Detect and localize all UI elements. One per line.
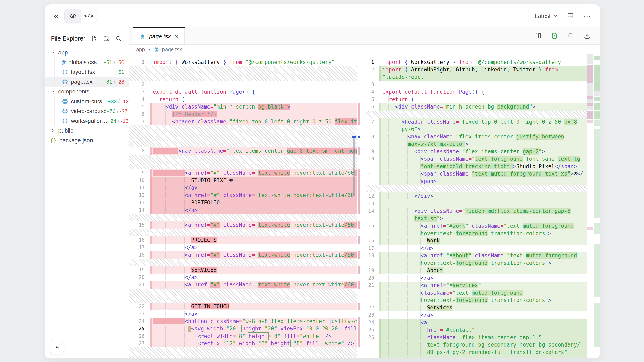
ruler-mark <box>358 281 360 289</box>
code-text: export default function Page() { <box>150 88 358 96</box>
code-line: 19 SERVICES <box>129 266 358 274</box>
code-line: 5 <div className="min-h-screen bg-black"… <box>129 103 358 111</box>
sidebar-item-globals.css[interactable]: #globals.css+51 / -50 <box>45 57 129 67</box>
file-label: package.json <box>59 137 93 144</box>
collapsed-unchanged-region[interactable] <box>129 289 358 303</box>
line-number <box>366 163 379 170</box>
sidebar-item-custom-curs-[interactable]: custom-curs…+33 / -12 <box>45 96 129 106</box>
code-line: 15 <a href="#" className="text-white hov… <box>129 221 358 229</box>
collapsed-unchanged-region[interactable] <box>366 185 587 192</box>
collapsed-unchanged-region[interactable] <box>129 259 358 266</box>
download-icon[interactable] <box>584 32 590 39</box>
code-line: 20 </a> <box>366 274 587 282</box>
line-number: 19 <box>366 267 379 274</box>
line-number: 20 <box>129 274 150 281</box>
code-line: max-w-7xl mx-auto"> <box>366 140 587 148</box>
diff-counts: +81 / -28 <box>103 79 129 85</box>
code-text: <div className="hidden md:flex items-cen… <box>379 207 587 215</box>
code-text: className="text-muted-foreground <box>379 289 587 297</box>
left-pane-scrollbar[interactable] <box>352 136 356 196</box>
code-line: font-semibold tracking-tight">Studio Pix… <box>366 163 587 170</box>
line-number: 16 <box>366 237 379 245</box>
ruler-mark <box>358 236 360 244</box>
code-text: <nav className="flex items-center justif… <box>379 133 587 140</box>
minimap-mark <box>587 103 594 106</box>
version-dropdown[interactable]: Latest <box>534 13 558 19</box>
sidebar-item-package.json[interactable]: {}package.json <box>45 136 129 145</box>
line-number: 22 <box>366 304 379 312</box>
preview-code-toggle: </> <box>64 9 97 23</box>
tab-page-tsx[interactable]: page.tsx × <box>133 27 185 44</box>
line-number: 27 <box>129 340 150 347</box>
preview-toggle-button[interactable] <box>65 9 81 22</box>
sidebar-item-components[interactable]: components <box>45 87 129 96</box>
ruler-mark <box>358 251 360 259</box>
sidebar-item-works-galler-[interactable]: works-galler…+24 / -13 <box>45 116 129 126</box>
sidebar-item-page.tsx[interactable]: page.tsx+81 / -28 <box>45 77 129 87</box>
sidebar-item-public[interactable]: public <box>45 126 129 136</box>
collapse-panel-button[interactable]: « <box>54 11 59 20</box>
collapsed-unchanged-region[interactable] <box>366 111 587 118</box>
code-line: 13 <box>366 200 587 207</box>
panel-bottom-icon[interactable] <box>567 12 574 19</box>
code-line: 7 <header className="fixed top-0 left-0 … <box>366 118 587 126</box>
line-number: 13 <box>129 199 150 206</box>
code-line: 23 </a> <box>129 310 358 318</box>
collapsed-unchanged-region[interactable] <box>129 347 358 359</box>
code-text: PROJECTS <box>150 236 358 244</box>
line-number: 23 <box>129 310 150 318</box>
code-line: 3export default function Page() { <box>129 88 358 96</box>
line-number <box>366 259 379 267</box>
new-folder-icon[interactable] <box>103 35 110 42</box>
code-line: 10 <span className="text-foreground font… <box>366 155 587 163</box>
split-view-icon[interactable] <box>535 32 542 39</box>
code-text: > <box>379 356 587 358</box>
code-line: 17 </a> <box>366 245 587 252</box>
minimap-mark <box>594 64 600 91</box>
code-text: hover:text-foreground transition-colors"… <box>379 230 587 237</box>
diff-counts: +51 <box>115 69 129 75</box>
sidebar-item-layout.tsx[interactable]: layout.tsx+51 <box>45 67 129 77</box>
close-tab-icon[interactable]: × <box>174 32 178 40</box>
code-line: 1import { WorksGallery } from "@/compone… <box>366 58 587 66</box>
ruler-mark <box>358 221 360 229</box>
code-text: </a> <box>379 311 587 319</box>
minimap-mark <box>594 120 600 126</box>
collapsed-unchanged-region[interactable] <box>129 66 358 81</box>
collapse-sidebar-button[interactable] <box>50 340 64 354</box>
code-toggle-button[interactable]: </> <box>81 9 96 22</box>
collapsed-unchanged-region[interactable] <box>129 229 358 236</box>
sidebar-item-video-card.tsx[interactable]: video-card.tsx+76 / -27 <box>45 106 129 116</box>
minimap-mark <box>594 244 600 298</box>
code-line: 16 Work <box>366 237 587 245</box>
minimap-mark <box>594 223 600 234</box>
diff-pane-after[interactable]: 1import { WorksGallery } from "@/compone… <box>366 54 587 358</box>
sidebar-item-app[interactable]: app <box>45 48 129 57</box>
collapsed-unchanged-region[interactable] <box>129 125 358 147</box>
code-line: 4export default function Page() { <box>366 88 587 96</box>
code-line: 11 <span className="text-muted-foregroun… <box>366 170 587 178</box>
breadcrumb-file[interactable]: page.tsx <box>162 46 182 53</box>
code-line: 1import { WorksGallery } from "@/compone… <box>129 58 358 66</box>
collapsed-unchanged-region[interactable] <box>129 155 358 169</box>
code-text: </a> <box>150 184 358 192</box>
code-text: <a href="#" className="text-white hover:… <box>150 221 358 229</box>
diff-minimap[interactable] <box>587 54 600 358</box>
ruler-mark <box>358 147 360 155</box>
code-text: return ( <box>379 96 587 103</box>
react-file-icon <box>62 98 68 104</box>
code-line: 17 </a> <box>129 244 358 251</box>
search-icon[interactable] <box>115 35 122 42</box>
more-menu-button[interactable]: ⋯ <box>583 12 591 20</box>
file-diff-icon[interactable] <box>551 32 558 39</box>
collapsed-unchanged-region[interactable] <box>129 214 358 221</box>
code-line: "lucide-react" <box>366 73 587 81</box>
breadcrumb-root[interactable]: app <box>136 46 145 53</box>
line-number: 25 <box>366 326 379 334</box>
line-number: 11 <box>129 184 150 192</box>
diff-pane-before[interactable]: 1import { WorksGallery } from "@/compone… <box>129 54 358 358</box>
copy-icon[interactable] <box>567 32 574 39</box>
file-label: video-card.tsx <box>71 108 106 114</box>
new-file-icon[interactable] <box>91 35 98 42</box>
line-number <box>366 297 379 304</box>
